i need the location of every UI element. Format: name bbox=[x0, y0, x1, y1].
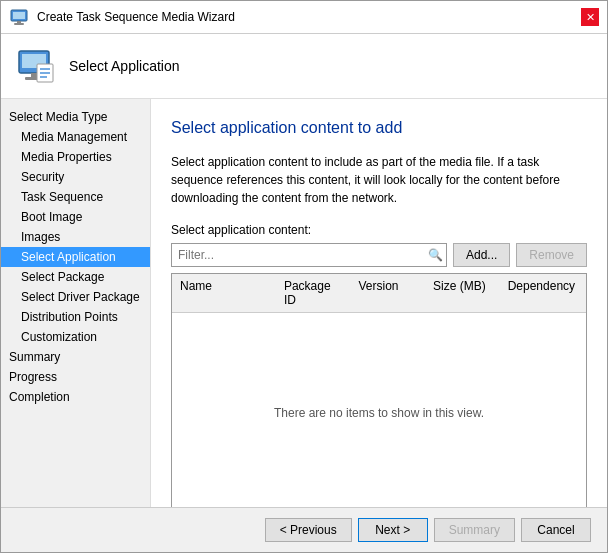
content-title: Select application content to add bbox=[171, 119, 587, 137]
svg-rect-2 bbox=[17, 21, 21, 23]
header-icon bbox=[17, 46, 57, 86]
sidebar-item-summary[interactable]: Summary bbox=[1, 347, 150, 367]
footer: < Previous Next > Summary Cancel bbox=[1, 507, 607, 552]
wizard-window: Create Task Sequence Media Wizard ✕ Sele… bbox=[0, 0, 608, 553]
table-header: Name Package ID Version Size (MB) Depend… bbox=[172, 274, 586, 313]
col-size: Size (MB) bbox=[425, 277, 500, 309]
col-name: Name bbox=[172, 277, 276, 309]
svg-rect-3 bbox=[14, 23, 24, 25]
filter-wrapper: 🔍 bbox=[171, 243, 447, 267]
close-button[interactable]: ✕ bbox=[581, 8, 599, 26]
wizard-icon bbox=[9, 7, 29, 27]
svg-rect-6 bbox=[31, 73, 37, 77]
next-button[interactable]: Next > bbox=[358, 518, 428, 542]
sidebar-item-images[interactable]: Images bbox=[1, 227, 150, 247]
header-title: Select Application bbox=[69, 58, 180, 74]
main-content: Select Media TypeMedia ManagementMedia P… bbox=[1, 99, 607, 507]
filter-row: 🔍 Add... Remove bbox=[171, 243, 587, 267]
svg-rect-1 bbox=[13, 12, 25, 19]
sidebar-item-security[interactable]: Security bbox=[1, 167, 150, 187]
col-dependency: Dependency bbox=[500, 277, 586, 309]
col-package-id: Package ID bbox=[276, 277, 351, 309]
sidebar-item-distribution-points[interactable]: Distribution Points bbox=[1, 307, 150, 327]
sidebar-item-select-driver-package[interactable]: Select Driver Package bbox=[1, 287, 150, 307]
sidebar-item-customization[interactable]: Customization bbox=[1, 327, 150, 347]
sidebar-item-media-properties[interactable]: Media Properties bbox=[1, 147, 150, 167]
sidebar-item-select-application[interactable]: Select Application bbox=[1, 247, 150, 267]
application-table: Name Package ID Version Size (MB) Depend… bbox=[171, 273, 587, 507]
cancel-button[interactable]: Cancel bbox=[521, 518, 591, 542]
sidebar-item-media-management[interactable]: Media Management bbox=[1, 127, 150, 147]
wizard-header: Select Application bbox=[1, 34, 607, 99]
sidebar-item-progress[interactable]: Progress bbox=[1, 367, 150, 387]
table-empty-message: There are no items to show in this view. bbox=[172, 313, 586, 507]
content-description: Select application content to include as… bbox=[171, 153, 587, 207]
filter-input[interactable] bbox=[171, 243, 447, 267]
title-bar: Create Task Sequence Media Wizard ✕ bbox=[1, 1, 607, 34]
section-label: Select application content: bbox=[171, 223, 587, 237]
sidebar-item-select-media-type[interactable]: Select Media Type bbox=[1, 107, 150, 127]
title-bar-left: Create Task Sequence Media Wizard bbox=[9, 7, 235, 27]
window-title: Create Task Sequence Media Wizard bbox=[37, 10, 235, 24]
sidebar-item-task-sequence[interactable]: Task Sequence bbox=[1, 187, 150, 207]
remove-button[interactable]: Remove bbox=[516, 243, 587, 267]
sidebar-item-completion[interactable]: Completion bbox=[1, 387, 150, 407]
sidebar: Select Media TypeMedia ManagementMedia P… bbox=[1, 99, 151, 507]
previous-button[interactable]: < Previous bbox=[265, 518, 352, 542]
search-icon: 🔍 bbox=[428, 248, 443, 262]
sidebar-item-boot-image[interactable]: Boot Image bbox=[1, 207, 150, 227]
content-area: Select application content to add Select… bbox=[151, 99, 607, 507]
add-button[interactable]: Add... bbox=[453, 243, 510, 267]
sidebar-item-select-package[interactable]: Select Package bbox=[1, 267, 150, 287]
summary-button[interactable]: Summary bbox=[434, 518, 515, 542]
col-version: Version bbox=[350, 277, 425, 309]
